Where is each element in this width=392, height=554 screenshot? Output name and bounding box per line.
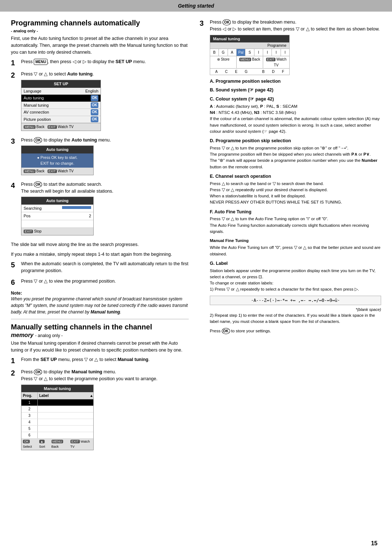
menu-row-autotuning: Auto tuningOK <box>21 95 101 102</box>
auto-tuning-title: Auto tuning <box>21 146 93 153</box>
item-g: G. Label Station labels appear under the… <box>210 260 381 325</box>
header-title: Getting started <box>178 3 214 9</box>
step-1: 1 Press MENU, then press ◁ or ▷ to displ… <box>11 58 189 67</box>
auto-tuning-footer: MENU Back EXIT Watch TV <box>21 168 93 175</box>
step-content-2: Press ▽ or △ to select Auto tuning. SET … <box>21 71 189 133</box>
left-column: Programming channels automatically - ana… <box>11 19 189 456</box>
step-content-5: When the automatic search is completed, … <box>21 260 189 274</box>
step-content-6: Press ▽ or △ to view the programmed posi… <box>21 278 189 285</box>
step-number-4: 4 <box>11 181 18 190</box>
step-number-2: 2 <box>11 71 18 79</box>
mistake-text: If you make a mistake, simply repeat ste… <box>11 251 189 258</box>
search-footer: EXIT Stop <box>21 228 93 235</box>
item-b: B. Sound system (☞ page 42) <box>210 87 381 94</box>
manual-tuning-diagram: Manual tuning Programme B G A Pal S I I … <box>210 35 290 75</box>
auto-tuning-box: Auto tuning ● Press OK key to start. EXI… <box>21 145 94 175</box>
item-d: D. Programme position skip selection Pre… <box>210 138 381 170</box>
page-header: Getting started <box>0 0 392 12</box>
final-text: Press OK to store your settings. <box>210 328 381 334</box>
mt-row-2: 2 <box>21 406 93 413</box>
search-box: Auto tuning Searching Pos2 EXIT Stop <box>21 197 94 235</box>
mt-header: Prog. Label ▲ <box>21 392 93 399</box>
search-row-pos: Pos2 <box>21 212 93 220</box>
mt-row-5: 5 <box>21 426 93 432</box>
mtd-title: Manual tuning <box>210 35 289 43</box>
manual-step-content-2: Press OK to display the Manual tuning me… <box>21 369 189 452</box>
item-c: C. Colour system (☞ page 42) A : Automat… <box>210 96 381 135</box>
manual-step-2: 2 Press OK to display the Manual tuning … <box>11 369 189 452</box>
mt-title: Manual tuning <box>21 385 93 393</box>
right-step-content-3: Press OK to display the breakdown menu. … <box>210 19 381 337</box>
setup-menu-box: SET UP LanguageEnglish Auto tuningOK Man… <box>21 80 101 131</box>
step-number-3: 3 <box>11 137 18 145</box>
analog-only-label: - analog only - <box>11 29 189 33</box>
page-number: 15 <box>371 540 377 547</box>
mtd-label-row: ACEG BDF <box>210 69 289 75</box>
step-content-3: Press OK to display the Auto tuning menu… <box>21 137 189 177</box>
setup-menu-footer: MENU Back EXIT Watch TV <box>21 123 101 131</box>
item-f: F. Auto Fine Tuning Press ▽ or △ to turn… <box>210 209 381 257</box>
right-step-3: 3 Press OK to display the breakdown menu… <box>200 19 381 337</box>
manual-step-number-2: 2 <box>11 369 18 377</box>
note-label: Note: <box>11 291 22 296</box>
manual-step-1: 1 From the SET UP menu, press ▽ or △ to … <box>11 356 189 365</box>
mt-footer: OK Select ▲ Sort MENU Back EXIT Watch TV <box>21 439 93 450</box>
step-2: 2 Press ▽ or △ to select Auto tuning. SE… <box>11 71 189 133</box>
auto-tuning-line2: EXIT for no change. <box>24 161 90 167</box>
menu-row-picture: Picture positionOK <box>21 116 101 123</box>
step-number-6: 6 <box>11 278 18 287</box>
blank-space-note: *(blank space) <box>210 307 381 313</box>
setup-menu-title: SET UP <box>21 80 101 88</box>
search-row-empty <box>21 220 93 228</box>
label-chars-box: ·A-·-Z↔(·)↔·*↔ +↔ ,↔- ↔.↔/↔0-↔9↔ü· <box>210 296 381 305</box>
auto-tuning-body: ● Press OK key to start. EXIT for no cha… <box>21 153 93 168</box>
intro-text: First, use the Auto tuning function to p… <box>11 35 189 56</box>
step-6: 6 Press ▽ or △ to view the programmed po… <box>11 278 189 287</box>
manual-tuning-table: Manual tuning Prog. Label ▲ 1 2 <box>21 385 94 451</box>
step-content-1: Press MENU, then press ◁ or ▷ to display… <box>21 58 189 65</box>
mtd-grid: B G A Pal S I I I I <box>210 49 289 56</box>
section1-title: Programming channels automatically <box>11 19 189 27</box>
search-progress <box>62 206 91 209</box>
mt-row-3: 3 <box>21 413 93 419</box>
memory-label: memory - analog only - <box>11 332 189 338</box>
auto-tuning-line1: ● Press OK key to start. <box>24 155 90 161</box>
mtd-prog: Programme <box>210 42 289 49</box>
menu-row-language: LanguageEnglish <box>21 88 101 95</box>
note-box: Note: When you preset the programme chan… <box>11 290 189 315</box>
step-content-4: Press OK to start the automatic search. … <box>21 181 189 238</box>
search-row-searching: Searching <box>21 205 93 213</box>
slide-bar-text: The slide bar will move along the line a… <box>11 241 189 248</box>
search-title: Auto tuning <box>21 197 93 205</box>
menu-row-av: AV connectionOK <box>21 109 101 116</box>
item-a: A. Programme position selection <box>210 78 381 85</box>
step-number-5: 5 <box>11 260 18 269</box>
step-number-1: 1 <box>11 58 18 67</box>
mt-row-6: 6 <box>21 432 93 439</box>
mt-row-1: 1 <box>21 399 93 406</box>
mt-label-header: Label <box>38 392 89 399</box>
item-e: E. Channel search operation Press △ to s… <box>210 173 381 206</box>
mt-row-4: 4 <box>21 419 93 426</box>
step-4: 4 Press OK to start the automatic search… <box>11 181 189 238</box>
manual-step-number-1: 1 <box>11 356 18 365</box>
mtd-row2: ⊛ Store MENU Back EXIT Watch TV <box>210 56 289 69</box>
mt-prog-header: Prog. <box>21 392 38 399</box>
right-column: 3 Press OK to display the breakdown menu… <box>200 19 381 456</box>
note-text: When you preset the programme channel wh… <box>11 296 189 315</box>
step-5: 5 When the automatic search is completed… <box>11 260 189 274</box>
menu-row-manual: Manual tuningOK <box>21 102 101 109</box>
right-step-num-3: 3 <box>200 19 207 337</box>
manual-step-content-1: From the SET UP menu, press ▽ or △ to se… <box>21 356 189 363</box>
step-3: 3 Press OK to display the Auto tuning me… <box>11 137 189 177</box>
section2-title: Manually setting channels in the channel <box>11 323 189 331</box>
manual-fine-tuning-title: Manual Fine Tuning <box>210 238 381 244</box>
manual-intro: Use the Manual tuning operation if desir… <box>11 340 189 354</box>
